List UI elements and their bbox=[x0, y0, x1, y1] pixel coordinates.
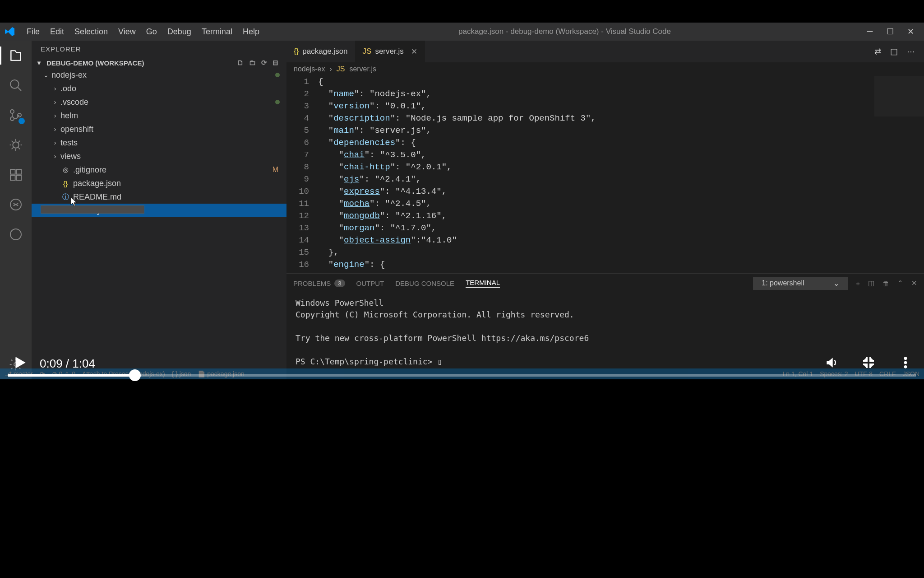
mouse-cursor-icon bbox=[70, 196, 78, 207]
chevron-right-icon: › bbox=[51, 126, 59, 133]
kill-terminal-icon[interactable]: 🗑 bbox=[882, 280, 889, 287]
debug-icon[interactable] bbox=[8, 137, 24, 153]
tab-package-json[interactable]: {}package.json bbox=[286, 41, 356, 62]
sidebar-title: EXPLORER bbox=[32, 41, 286, 57]
file-tree: ⌄nodejs-ex›.odo›.vscode›helm›openshift›t… bbox=[32, 68, 286, 379]
debug-console-tab[interactable]: DEBUG CONSOLE bbox=[395, 280, 454, 287]
menu-terminal[interactable]: Terminal bbox=[197, 25, 237, 39]
play-button[interactable] bbox=[11, 354, 28, 373]
terminal-select[interactable]: 1: powershell ⌄ bbox=[753, 277, 848, 290]
explorer-sidebar: EXPLORER ▾ DEBUG-DEMO (WORKSPACE) 🗋 🗀 ⟳ … bbox=[32, 41, 286, 379]
svg-rect-5 bbox=[10, 169, 15, 174]
close-panel-icon[interactable]: ✕ bbox=[911, 279, 917, 287]
problems-count: 3 bbox=[334, 280, 345, 287]
exit-fullscreen-icon[interactable] bbox=[861, 355, 876, 372]
tree-item-openshift[interactable]: ›openshift bbox=[32, 122, 286, 136]
search-icon[interactable] bbox=[8, 77, 24, 93]
collapse-icon[interactable]: ⊟ bbox=[273, 59, 278, 67]
chevron-down-icon: ⌄ bbox=[833, 279, 839, 288]
breadcrumb-item[interactable]: nodejs-ex bbox=[294, 65, 325, 73]
git-status-dot bbox=[275, 100, 280, 104]
vscode-window: FileEditSelectionViewGoDebugTerminalHelp… bbox=[0, 23, 924, 379]
svg-point-13 bbox=[904, 361, 907, 364]
chevron-right-icon: › bbox=[51, 85, 59, 92]
chevron-right-icon: › bbox=[51, 139, 59, 146]
progress-thumb[interactable] bbox=[129, 369, 141, 381]
terminal-tab[interactable]: TERMINAL bbox=[466, 279, 500, 288]
menu-go[interactable]: Go bbox=[142, 25, 162, 39]
minimap[interactable] bbox=[874, 76, 924, 117]
breadcrumb-item[interactable]: server.js bbox=[349, 65, 376, 73]
svg-rect-8 bbox=[16, 175, 21, 180]
explorer-icon[interactable] bbox=[8, 47, 24, 64]
svg-point-4 bbox=[13, 142, 18, 148]
split-editor-icon[interactable]: ◫ bbox=[890, 47, 898, 56]
chevron-right-icon: › bbox=[51, 153, 59, 160]
more-actions-icon[interactable]: ⋯ bbox=[907, 47, 915, 56]
svg-rect-7 bbox=[10, 175, 15, 180]
tab-bar: {}package.jsonJSserver.js✕ ⇄ ◫ ⋯ bbox=[286, 41, 924, 62]
output-tab[interactable]: OUTPUT bbox=[356, 280, 384, 287]
split-terminal-icon[interactable]: ◫ bbox=[868, 279, 874, 287]
chevron-down-icon: ▾ bbox=[35, 59, 42, 66]
video-time: 0:09 / 1:04 bbox=[40, 357, 95, 371]
svg-rect-6 bbox=[16, 169, 21, 174]
workspace-header[interactable]: ▾ DEBUG-DEMO (WORKSPACE) 🗋 🗀 ⟳ ⊟ bbox=[32, 57, 286, 68]
chevron-down-icon: ⌄ bbox=[42, 71, 50, 79]
maximize-button[interactable]: ☐ bbox=[886, 27, 895, 37]
tree-item-views[interactable]: ›views bbox=[32, 149, 286, 163]
menu-edit[interactable]: Edit bbox=[46, 25, 69, 39]
window-title: package.json - debug-demo (Workspace) - … bbox=[264, 27, 865, 36]
problems-tab[interactable]: PROBLEMS 3 bbox=[293, 280, 345, 287]
workspace-name: DEBUG-DEMO (WORKSPACE) bbox=[46, 59, 144, 67]
menu-view[interactable]: View bbox=[114, 25, 140, 39]
tab-server-js[interactable]: JSserver.js✕ bbox=[356, 41, 425, 62]
git-modified-badge: M bbox=[273, 166, 278, 174]
svg-point-10 bbox=[10, 229, 21, 240]
editor-group: {}package.jsonJSserver.js✕ ⇄ ◫ ⋯ nodejs-… bbox=[286, 41, 924, 379]
tree-item--gitignore[interactable]: ◎.gitignoreM bbox=[32, 163, 286, 177]
tree-item--odo[interactable]: ›.odo bbox=[32, 82, 286, 95]
git-status-dot bbox=[275, 73, 280, 77]
menu-file[interactable]: File bbox=[22, 25, 44, 39]
compare-changes-icon[interactable]: ⇄ bbox=[874, 47, 881, 56]
svg-point-14 bbox=[904, 365, 907, 368]
extensions-icon[interactable] bbox=[8, 167, 24, 183]
menu-debug[interactable]: Debug bbox=[163, 25, 196, 39]
breadcrumb[interactable]: nodejs-ex › JS server.js bbox=[286, 62, 924, 76]
more-options-icon[interactable] bbox=[898, 355, 913, 372]
new-folder-icon[interactable]: 🗀 bbox=[249, 59, 256, 67]
menu-help[interactable]: Help bbox=[238, 25, 264, 39]
video-progress-bar[interactable] bbox=[8, 374, 916, 377]
openshift-icon[interactable] bbox=[8, 196, 24, 213]
activity-bar bbox=[0, 41, 32, 379]
new-terminal-icon[interactable]: + bbox=[856, 280, 860, 287]
refresh-icon[interactable]: ⟳ bbox=[261, 59, 267, 67]
chevron-right-icon: › bbox=[329, 65, 332, 73]
chevron-right-icon: › bbox=[51, 98, 59, 106]
close-tab-icon[interactable]: ✕ bbox=[411, 47, 417, 56]
tree-item-tests[interactable]: ›tests bbox=[32, 136, 286, 149]
close-button[interactable]: ✕ bbox=[906, 27, 915, 37]
menu-selection[interactable]: Selection bbox=[70, 25, 112, 39]
tree-item-nodejs-ex[interactable]: ⌄nodejs-ex bbox=[32, 68, 286, 82]
tree-item-package-json[interactable]: {}package.json bbox=[32, 177, 286, 190]
svg-point-1 bbox=[10, 110, 14, 113]
titlebar: FileEditSelectionViewGoDebugTerminalHelp… bbox=[0, 23, 924, 41]
minimize-button[interactable]: ─ bbox=[865, 27, 874, 37]
code-editor[interactable]: 123456789101112131415161718192021222324 … bbox=[286, 76, 924, 273]
svg-point-0 bbox=[10, 80, 19, 89]
menu-bar: FileEditSelectionViewGoDebugTerminalHelp bbox=[22, 25, 264, 39]
tree-item-helm[interactable]: ›helm bbox=[32, 109, 286, 122]
maximize-panel-icon[interactable]: ⌃ bbox=[897, 279, 903, 287]
tree-item--vscode[interactable]: ›.vscode bbox=[32, 95, 286, 109]
tooltip bbox=[41, 205, 144, 214]
svg-point-2 bbox=[10, 117, 14, 121]
app-icon[interactable] bbox=[8, 226, 24, 242]
chevron-right-icon: › bbox=[51, 112, 59, 119]
svg-point-12 bbox=[904, 357, 907, 360]
vscode-logo-icon bbox=[5, 26, 15, 37]
source-control-icon[interactable] bbox=[8, 107, 24, 123]
new-file-icon[interactable]: 🗋 bbox=[237, 59, 244, 67]
volume-icon[interactable] bbox=[824, 355, 839, 372]
